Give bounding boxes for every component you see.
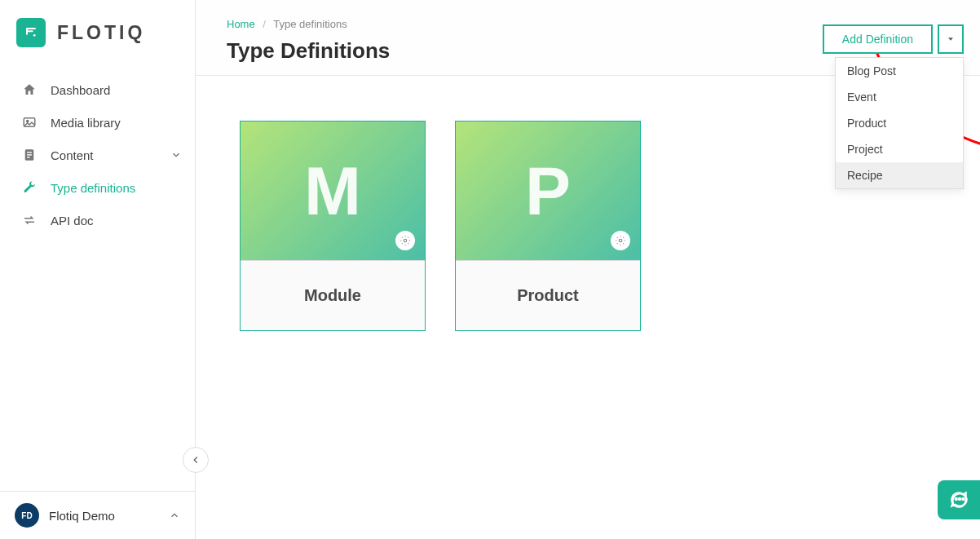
card-settings-button[interactable] <box>611 231 630 250</box>
sidebar-item-content[interactable]: Content <box>0 139 195 171</box>
breadcrumb-current: Type definitions <box>273 18 347 30</box>
dropdown-item-recipe[interactable]: Recipe <box>836 162 963 188</box>
svg-point-9 <box>619 239 622 242</box>
breadcrumb-separator: / <box>263 18 266 30</box>
card-header: P <box>456 121 640 260</box>
sidebar-item-media-library[interactable]: Media library <box>0 106 195 139</box>
sidebar-user[interactable]: FD Flotiq Demo <box>0 491 195 539</box>
dropdown-item-product[interactable]: Product <box>836 110 963 136</box>
home-icon <box>21 82 38 97</box>
add-definition-dropdown: Blog Post Event Product Project Recipe <box>835 57 964 189</box>
card-title: Module <box>241 260 425 330</box>
avatar: FD <box>15 503 39 528</box>
svg-point-10 <box>956 498 957 500</box>
brand-name: FLOTIQ <box>57 22 145 44</box>
chevron-down-icon <box>170 149 182 161</box>
add-definition-button[interactable]: Add Definition <box>823 24 933 54</box>
main: Home / Type definitions Type Definitions… <box>196 0 980 539</box>
sidebar-item-label: Dashboard <box>51 83 110 97</box>
card-letter: P <box>525 152 571 231</box>
brand-logo-icon <box>16 18 46 47</box>
svg-point-11 <box>959 498 960 500</box>
dropdown-item-project[interactable]: Project <box>836 136 963 162</box>
dropdown-item-event[interactable]: Event <box>836 84 963 110</box>
type-card-product[interactable]: P Product <box>455 121 641 331</box>
chat-button[interactable] <box>938 480 980 519</box>
svg-rect-7 <box>27 157 30 157</box>
sidebar-item-dashboard[interactable]: Dashboard <box>0 73 195 106</box>
topbar: Home / Type definitions Type Definitions… <box>196 0 980 76</box>
card-header: M <box>241 121 425 260</box>
svg-point-12 <box>962 498 964 500</box>
sidebar-item-api-doc[interactable]: API doc <box>0 204 195 236</box>
document-icon <box>21 148 38 162</box>
brand[interactable]: FLOTIQ <box>0 0 195 65</box>
sidebar-nav: Dashboard Media library Content Type def… <box>0 65 195 236</box>
wrench-icon <box>21 180 38 195</box>
add-definition-dropdown-toggle[interactable] <box>938 24 964 54</box>
sidebar-item-type-definitions[interactable]: Type definitions <box>0 171 195 204</box>
chat-icon <box>948 489 969 510</box>
sidebar-item-label: API doc <box>51 214 94 228</box>
dropdown-item-blog-post[interactable]: Blog Post <box>836 58 963 84</box>
gear-icon <box>615 235 626 246</box>
gear-icon <box>400 235 411 246</box>
card-letter: M <box>304 152 361 231</box>
swap-icon <box>21 213 38 228</box>
user-name: Flotiq Demo <box>49 509 115 523</box>
sidebar-item-label: Type definitions <box>51 181 135 195</box>
svg-rect-6 <box>27 154 32 155</box>
svg-rect-5 <box>27 152 32 152</box>
svg-point-1 <box>33 34 36 37</box>
breadcrumb-home[interactable]: Home <box>227 18 255 30</box>
add-definition-group: Add Definition Blog Post Event Product P… <box>823 24 964 54</box>
sidebar-item-label: Content <box>51 148 94 162</box>
sidebar: FLOTIQ Dashboard Media library Content <box>0 0 196 539</box>
sidebar-collapse-button[interactable] <box>183 447 209 473</box>
card-title: Product <box>456 260 640 330</box>
caret-down-icon <box>947 35 955 43</box>
image-icon <box>21 115 38 130</box>
type-card-module[interactable]: M Module <box>240 121 426 331</box>
svg-point-8 <box>404 239 407 242</box>
chevron-up-icon <box>169 510 180 521</box>
sidebar-item-label: Media library <box>51 116 121 130</box>
svg-point-3 <box>27 120 29 121</box>
card-settings-button[interactable] <box>395 231 415 250</box>
